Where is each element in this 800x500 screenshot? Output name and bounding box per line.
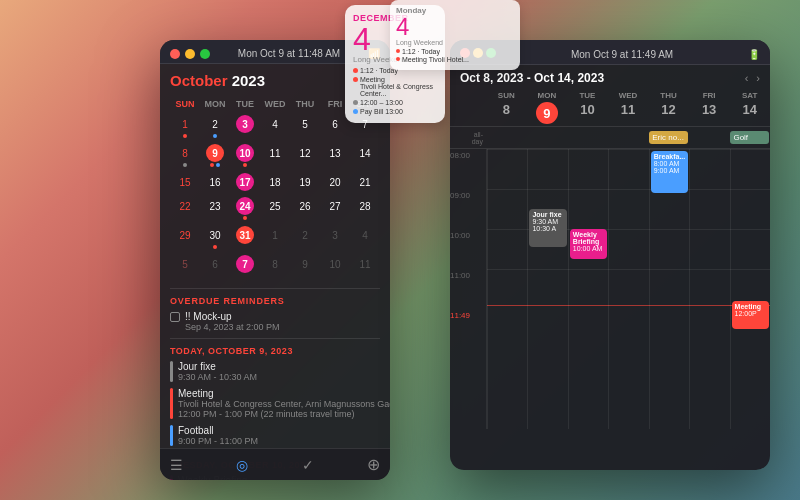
cal-day-26[interactable]: 26 (290, 195, 320, 222)
week-col-0-sun (487, 149, 527, 429)
allday-golf: Golf (730, 131, 769, 144)
menu-icon[interactable]: ☰ (170, 457, 183, 473)
week-col-6-sat: Meeting 12:00P (730, 149, 770, 429)
event-title-jour-fixe: Jour fixe (178, 361, 380, 372)
day-header-sun: SUN (170, 97, 200, 111)
cal-day-3[interactable]: 3 (230, 113, 260, 140)
cal-day-23[interactable]: 23 (200, 195, 230, 222)
calendar-week-2: 8 9 10 11 12 13 14 (170, 142, 380, 169)
cal-day-nov8[interactable]: 8 (260, 253, 290, 275)
time-label-10: 10:00 (450, 229, 486, 269)
bg-card-lw: Long Weekend (396, 39, 514, 46)
cal-day-17[interactable]: 17 (230, 171, 260, 193)
week-today-num: 9 (536, 102, 558, 124)
week-col-sun: SUN 8 (486, 91, 527, 124)
cal-day-4[interactable]: 4 (260, 113, 290, 140)
week-day-headers: SUN 8 MON 9 TUE 10 WED 11 THU 12 FRI 13 … (450, 87, 770, 127)
bg-card-num: 4 (396, 15, 514, 39)
cal-day-25[interactable]: 25 (260, 195, 290, 222)
time-label-11: 11:00 (450, 269, 486, 309)
cal-day-2[interactable]: 2 (200, 113, 230, 140)
day-header-tue: TUE (230, 97, 260, 111)
week-body: 08:00 09:00 10:00 11:00 11:49 Jour fixe … (450, 149, 770, 429)
allday-sat: Golf (729, 130, 770, 145)
cal-day-14[interactable]: 14 (350, 142, 380, 169)
cal-day-21[interactable]: 21 (350, 171, 380, 193)
cal-day-5[interactable]: 5 (290, 113, 320, 140)
cal-day-nov1[interactable]: 1 (260, 224, 290, 251)
cal-day-nov3[interactable]: 3 (320, 224, 350, 251)
event-block-breakfast: Breakfa... 8:00 AM 9:00 AM (651, 151, 688, 193)
check-icon[interactable]: ✓ (302, 457, 314, 473)
cal-day-18[interactable]: 18 (260, 171, 290, 193)
cal-day-9[interactable]: 9 (200, 142, 230, 169)
week-col-4-thu: Breakfa... 8:00 AM 9:00 AM (649, 149, 689, 429)
cal-day-12[interactable]: 12 (290, 142, 320, 169)
cal-day-20[interactable]: 20 (320, 171, 350, 193)
cal-day-27[interactable]: 27 (320, 195, 350, 222)
window-controls (170, 49, 210, 59)
divider-overdue (170, 288, 380, 289)
week-panel: Mon Oct 9 at 11:49 AM 🔋 Oct 8, 2023 - Oc… (450, 40, 770, 470)
week-title: Oct 8, 2023 - Oct 14, 2023 (460, 71, 604, 85)
cal-day-19[interactable]: 19 (290, 171, 320, 193)
time-label-now: 11:49 (450, 309, 486, 349)
cal-day-10[interactable]: 10 (230, 142, 260, 169)
cal-day-24[interactable]: 24 (230, 195, 260, 222)
week-col-5-fri (689, 149, 729, 429)
event-title-football: Football (178, 425, 380, 436)
event-color-meeting (170, 388, 173, 419)
cal-day-nov10[interactable]: 10 (320, 253, 350, 275)
month-title: October 2023 (170, 72, 265, 89)
cal-day-nov9[interactable]: 9 (290, 253, 320, 275)
reminder-checkbox[interactable] (170, 312, 180, 322)
cal-day-8[interactable]: 8 (170, 142, 200, 169)
mini-event-3: 12:00 – 13:00 (353, 99, 437, 106)
week-col-tue: TUE 10 (567, 91, 608, 124)
event-color-football (170, 425, 173, 446)
cal-day-30[interactable]: 30 (200, 224, 230, 251)
week-col-thu: THU 12 (648, 91, 689, 124)
week-nav-arrows: ‹ › (745, 72, 760, 84)
cal-day-28[interactable]: 28 (350, 195, 380, 222)
cal-day-nov7[interactable]: 7 (230, 253, 260, 275)
reminder-text: !! Mock-up Sep 4, 2023 at 2:00 PM (185, 311, 380, 332)
cal-day-31[interactable]: 31 (230, 224, 260, 251)
calendar-week-3: 15 16 17 18 19 20 21 (170, 171, 380, 193)
cal-day-22[interactable]: 22 (170, 195, 200, 222)
all-day-label: all-day (450, 131, 486, 145)
minimize-button[interactable] (185, 49, 195, 59)
cal-day-29[interactable]: 29 (170, 224, 200, 251)
add-icon[interactable]: ⊕ (367, 455, 380, 474)
event-time-jour-fixe: 9:30 AM - 10:30 AM (178, 372, 380, 382)
cal-day-nov11[interactable]: 11 (350, 253, 380, 275)
cal-day-15[interactable]: 15 (170, 171, 200, 193)
close-button[interactable] (170, 49, 180, 59)
calendar-icon[interactable]: ◎ (236, 457, 248, 473)
week-col-wed: WED 11 (608, 91, 649, 124)
overdue-label: OVERDUE REMINDERS (160, 292, 390, 308)
cal-day-nov2[interactable]: 2 (290, 224, 320, 251)
cal-day-16[interactable]: 16 (200, 171, 230, 193)
event-block-meeting-sat: Meeting 12:00P (732, 301, 769, 329)
event-block-weekly-briefing: Weekly Briefing 10:00 AM (570, 229, 607, 259)
cal-day-11[interactable]: 11 (260, 142, 290, 169)
reminder-item-mockup: !! Mock-up Sep 4, 2023 at 2:00 PM (160, 308, 390, 335)
calendar-week-5: 29 30 31 1 2 3 4 (170, 224, 380, 251)
week-prev-button[interactable]: ‹ (745, 72, 749, 84)
divider-today (170, 338, 380, 339)
cal-day-1[interactable]: 1 (170, 113, 200, 140)
year-value: 2023 (232, 72, 265, 89)
event-info-jour-fixe: Jour fixe 9:30 AM - 10:30 AM (178, 361, 380, 382)
cal-day-13[interactable]: 13 (320, 142, 350, 169)
day-header-thu: THU (290, 97, 320, 111)
reminder-title: !! Mock-up (185, 311, 380, 322)
event-meeting: Meeting Tivoli Hotel & Congress Center, … (160, 385, 390, 422)
bg-card-ev2: Meeting Tivoli Hotel... (396, 56, 514, 63)
cal-day-nov4[interactable]: 4 (350, 224, 380, 251)
bg-card-top: Monday 4 Long Weekend 1:12 · Today Meeti… (390, 0, 520, 70)
maximize-button[interactable] (200, 49, 210, 59)
week-next-button[interactable]: › (756, 72, 760, 84)
cal-day-nov5[interactable]: 5 (170, 253, 200, 275)
cal-day-nov6[interactable]: 6 (200, 253, 230, 275)
